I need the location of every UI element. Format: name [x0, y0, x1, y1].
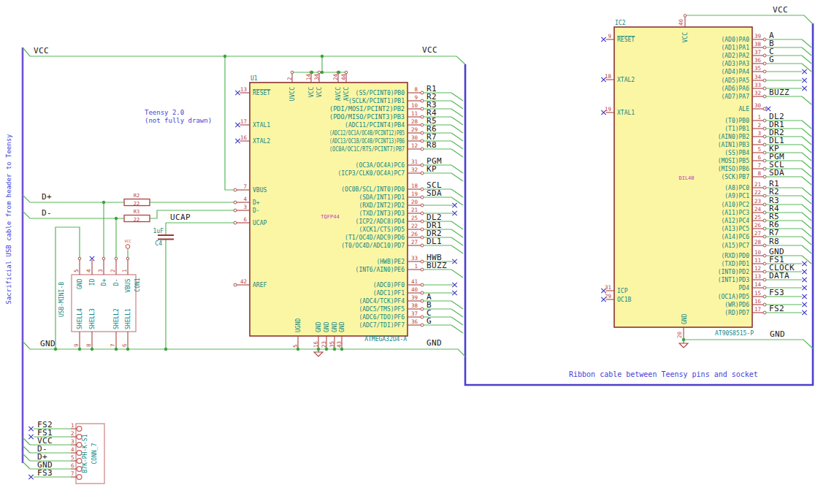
pin-name: (MISO)PB6	[718, 166, 750, 172]
bus-entry[interactable]	[802, 145, 811, 153]
pin-end	[763, 211, 766, 214]
bus-entry[interactable]	[802, 237, 811, 245]
net-label[interactable]: D+	[42, 192, 52, 202]
net-label[interactable]: BUZZ	[769, 88, 789, 97]
net-label[interactable]: VCC	[34, 46, 49, 56]
bus-entry[interactable]	[802, 121, 811, 129]
net-label[interactable]: UCAP	[170, 213, 191, 222]
bus-entry[interactable]	[802, 161, 811, 169]
net-label[interactable]: VCC	[773, 5, 788, 15]
bus-entry[interactable]	[802, 47, 811, 56]
wire-dminus[interactable]	[23, 211, 124, 218]
net-label[interactable]: G	[769, 55, 774, 64]
net-label[interactable]: FS3	[769, 288, 784, 297]
pin-name: (SCLK/PCINT1)PB1	[348, 98, 405, 104]
bus-entry[interactable]	[802, 129, 811, 137]
bus-entry[interactable]	[802, 153, 811, 161]
pin-end	[763, 159, 766, 162]
bus-entry[interactable]	[23, 454, 30, 461]
capacitor-c4-body[interactable]	[158, 235, 174, 240]
bus-entry[interactable]	[451, 173, 463, 181]
net-label[interactable]: FS2	[769, 304, 784, 313]
pin-name: XTAL2	[617, 77, 635, 83]
net-label[interactable]: DATA	[769, 271, 789, 280]
wire-dminus[interactable]	[150, 210, 235, 218]
pin-name: (AD5)PA5	[721, 77, 749, 84]
junction-dot	[333, 348, 336, 351]
bus-entry[interactable]	[451, 229, 463, 237]
bus-entry[interactable]	[451, 117, 463, 125]
pin-name: XTAL2	[253, 138, 270, 145]
bus-entry[interactable]	[802, 221, 811, 229]
wire-dplus[interactable]	[23, 195, 124, 202]
bus-entry[interactable]	[802, 39, 811, 47]
bus-entry[interactable]	[802, 96, 811, 104]
bus-entry[interactable]	[451, 149, 463, 157]
bus-entry[interactable]	[23, 462, 30, 469]
net-label[interactable]: G	[427, 316, 432, 326]
pin-end	[421, 188, 424, 191]
net-label[interactable]: FS3	[37, 468, 53, 478]
net-label[interactable]: R8	[427, 140, 437, 150]
bus-entry[interactable]	[802, 205, 811, 213]
bus-entry[interactable]	[802, 245, 811, 253]
net-label[interactable]: D-	[42, 208, 52, 218]
net-label[interactable]: KP	[427, 164, 437, 174]
pin-number: 27	[411, 239, 418, 245]
bus-entry[interactable]	[451, 101, 463, 109]
junction-dot	[682, 338, 685, 341]
pin-name: (AD3)PA3	[721, 61, 749, 67]
net-label[interactable]: GND	[427, 338, 442, 348]
net-label[interactable]: SDA	[427, 188, 442, 198]
pin-end	[421, 107, 424, 110]
wire-gnd-rail[interactable]	[23, 341, 465, 356]
bus-entry[interactable]	[451, 301, 463, 309]
bus-entry[interactable]	[802, 169, 811, 177]
component-ref: IC2	[615, 20, 626, 26]
bus-entry[interactable]	[802, 213, 811, 221]
bus-entry[interactable]	[802, 56, 811, 64]
bus-entry[interactable]	[451, 165, 463, 173]
bus-entry[interactable]	[802, 229, 811, 237]
bus-entry[interactable]	[802, 137, 811, 145]
bus-entry[interactable]	[451, 133, 463, 141]
pin-end	[421, 316, 424, 318]
pin-name: (PDI/MOSI/PCINT2)PB2	[329, 106, 405, 112]
no-connect-icon	[235, 139, 240, 143]
net-label[interactable]: GND	[770, 329, 785, 339]
bus-entry[interactable]	[802, 196, 811, 204]
pin-number: 36	[411, 318, 418, 325]
pin-number: 41	[411, 278, 418, 285]
bus-entry[interactable]	[802, 177, 811, 185]
net-label[interactable]: DL1	[427, 237, 442, 246]
bus-entry[interactable]	[451, 125, 463, 133]
net-label[interactable]: SDA	[769, 168, 784, 177]
net-label[interactable]: VCC	[422, 45, 437, 55]
bus-entry[interactable]	[451, 109, 463, 117]
bus-entry[interactable]	[451, 325, 463, 333]
bus-entry[interactable]	[451, 93, 463, 101]
wire-vcc-ic2[interactable]	[685, 15, 813, 24]
bus-entry[interactable]	[451, 141, 463, 149]
pin-end	[421, 260, 424, 263]
bus-entry[interactable]	[451, 237, 463, 245]
no-connect-icon	[452, 211, 456, 215]
schematic-canvas[interactable]: 8(SS/PCINT0)PB0R19(SCLK/PCINT1)PB1R210(P…	[0, 0, 826, 504]
bus-entry[interactable]	[451, 309, 463, 317]
bus-entry[interactable]	[451, 245, 463, 253]
pin-name: (OC3A/OC4A)PC6	[356, 162, 405, 169]
junction-dot	[164, 348, 167, 351]
wire-vbus[interactable]	[225, 56, 235, 190]
bus-entry[interactable]	[802, 188, 811, 196]
pin-name: XTAL1	[253, 122, 270, 129]
net-label[interactable]: BUZZ	[427, 261, 447, 270]
bus-entry[interactable]	[451, 317, 463, 325]
bus-entry[interactable]	[451, 189, 463, 197]
net-label[interactable]: GND	[40, 339, 56, 348]
wire-gnd-ic2[interactable]	[684, 340, 813, 348]
wire-vcc-rail[interactable]	[23, 47, 465, 64]
bus-entry[interactable]	[451, 270, 463, 278]
net-label[interactable]: R8	[769, 237, 779, 246]
bus-entry[interactable]	[451, 221, 463, 229]
bus-entry[interactable]	[23, 446, 30, 453]
